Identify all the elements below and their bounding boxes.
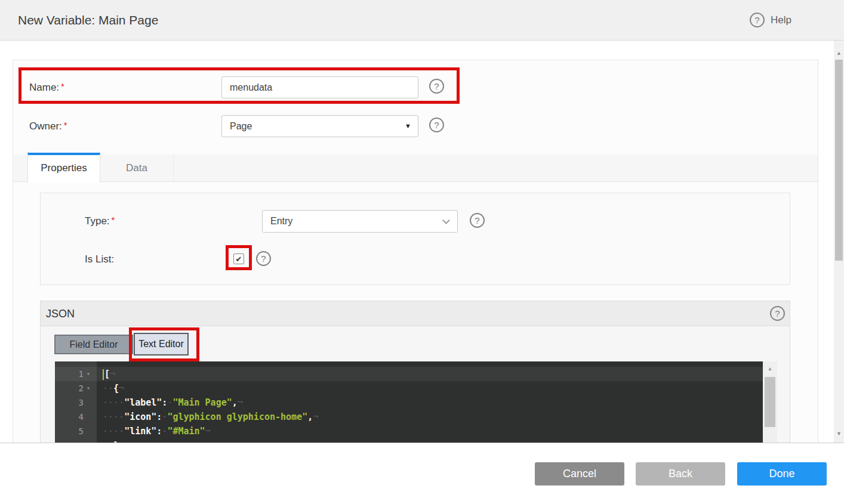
text-editor-button[interactable]: Text Editor [134,333,189,355]
owner-select[interactable]: Page ▼ [221,115,418,137]
scroll-down-icon[interactable]: ▼ [834,431,844,437]
help-icon[interactable]: ? [750,13,765,27]
help-label[interactable]: Help [771,14,791,26]
type-label: Type:* [85,210,115,232]
code-line-2: 2▾ ··{¬ [55,381,763,395]
json-panel: JSON ? Field Editor Text Editor 1▾ [¬ [40,301,790,443]
name-label: Name:* [29,76,64,98]
owner-label-text: Owner: [29,120,62,132]
name-label-text: Name: [29,82,59,93]
name-input[interactable] [221,76,418,98]
eol-marker: ¬ [110,369,115,379]
editor-lines: 1▾ [¬ 2▾ ··{¬ 3 ····"label":·"Main Page"… [55,367,763,443]
is-list-help-icon[interactable]: ? [256,251,271,266]
field-editor-button[interactable]: Field Editor [54,335,133,354]
tab-data[interactable]: Data [100,154,174,182]
properties-panel: Type:* Entry ? Is List: [40,193,790,285]
editor-scrollbar[interactable]: ▲ [763,361,777,443]
dialog-body: Name:* ? Owner:* Page ▼ ? Data Propertie… [0,41,834,443]
name-help-icon[interactable]: ? [429,79,444,94]
required-asterisk: * [112,215,115,225]
help-link[interactable]: ? Help [750,0,791,40]
line-number: 6 [79,438,84,443]
required-asterisk: * [64,120,67,130]
code-line-4: 4 ····"icon":·"glyphicon glyphicon-home"… [55,410,763,424]
page-scrollbar[interactable]: ▲ ▼ [834,41,844,443]
scroll-up-icon[interactable]: ▲ [763,366,777,372]
is-list-label: Is List: [85,248,114,270]
code-line-1: 1▾ [¬ [55,367,763,381]
code-line-3: 3 ····"label":·"Main Page",¬ [55,395,763,410]
chevron-down-icon [442,217,450,224]
text-cursor-icon [103,369,104,380]
tab-properties[interactable]: Properties [27,153,100,183]
fold-icon[interactable]: ▾ [84,381,93,395]
check-icon: ✔ [236,255,242,264]
json-panel-title: JSON [46,301,75,326]
is-list-checkbox[interactable]: ✔ [233,253,244,264]
variable-form-card: Name:* ? Owner:* Page ▼ ? Data Propertie… [13,60,818,443]
scroll-up-icon[interactable]: ▲ [834,50,844,56]
done-button[interactable]: Done [737,462,827,486]
json-panel-header: JSON ? [41,301,790,326]
cancel-button[interactable]: Cancel [535,462,624,486]
type-help-icon[interactable]: ? [470,213,485,228]
dialog-header: New Variable: Main Page ? Help [0,0,844,41]
eol-marker: ¬ [205,426,211,437]
owner-select-value: Page [230,121,252,131]
json-code-editor[interactable]: 1▾ [¬ 2▾ ··{¬ 3 ····"label":·"Main Page"… [55,361,777,443]
line-number: 4 [79,410,84,424]
eol-marker: ¬ [313,412,318,422]
fold-icon[interactable]: ▾ [84,367,93,381]
owner-help-icon[interactable]: ? [429,118,444,132]
eol-marker: ¬ [119,383,124,394]
eol-marker: ¬ [238,397,243,408]
type-select[interactable]: Entry [262,210,458,233]
page-scrollbar-thumb[interactable] [835,60,843,261]
type-label-text: Type: [85,215,110,227]
code-line-5: 5 ····"link":·"#Main"¬ [55,424,763,438]
code-line-6: 6 ··} [55,438,763,443]
type-select-value: Entry [270,216,292,226]
line-number: 2 [79,381,84,395]
required-asterisk: * [61,81,64,91]
dropdown-arrow-icon: ▼ [405,116,411,137]
editor-scrollbar-thumb[interactable] [765,377,775,427]
line-number: 3 [79,395,84,410]
page-title: New Variable: Main Page [18,0,158,40]
line-number: 5 [79,424,84,438]
back-button[interactable]: Back [636,462,725,486]
line-number: 1 [79,367,84,381]
new-variable-dialog: New Variable: Main Page ? Help Name:* ? … [0,0,844,504]
owner-label: Owner:* [29,115,67,137]
json-help-icon[interactable]: ? [770,306,785,321]
